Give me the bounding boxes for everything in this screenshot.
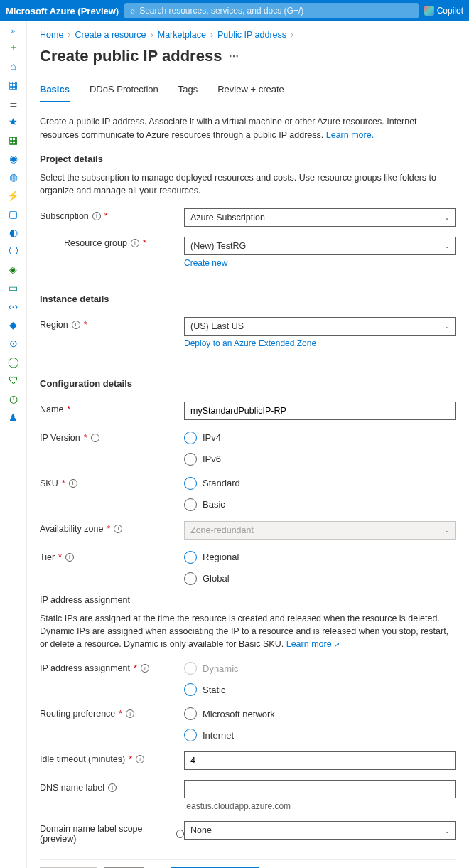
functions-icon[interactable]: ⚡ bbox=[6, 188, 21, 203]
crumb-create[interactable]: Create a resource bbox=[75, 30, 146, 40]
region-label: Region i * bbox=[40, 317, 184, 330]
search-icon: ⌕ bbox=[130, 6, 135, 16]
radio-icon bbox=[184, 707, 197, 720]
insights-icon[interactable]: ⊙ bbox=[6, 336, 21, 350]
list-icon[interactable]: ≣ bbox=[6, 96, 21, 110]
domain-scope-label: Domain name label scope (preview) i bbox=[40, 821, 184, 844]
info-icon[interactable]: i bbox=[141, 664, 149, 673]
routing-microsoft-radio[interactable]: Microsoft network bbox=[184, 707, 456, 720]
extended-zone-link[interactable]: Deploy to an Azure Extended Zone bbox=[184, 338, 316, 348]
breadcrumb: Home› Create a resource› Marketplace› Pu… bbox=[40, 30, 456, 40]
subscription-select[interactable]: Azure Subscription⌄ bbox=[184, 208, 456, 227]
create-new-link[interactable]: Create new bbox=[184, 258, 227, 268]
sql-icon[interactable]: ▢ bbox=[6, 207, 21, 221]
monitor-icon[interactable]: 🖵 bbox=[6, 244, 21, 258]
sku-standard-radio[interactable]: Standard bbox=[184, 477, 456, 490]
info-icon[interactable]: i bbox=[65, 553, 74, 562]
availability-zone-select: Zone-redundant⌄ bbox=[184, 521, 456, 540]
radio-icon bbox=[184, 498, 197, 511]
radio-icon bbox=[184, 683, 197, 696]
sku-basic-radio[interactable]: Basic bbox=[184, 498, 456, 511]
idle-timeout-input[interactable] bbox=[184, 751, 456, 770]
info-icon[interactable]: i bbox=[114, 525, 122, 533]
ip-static-radio[interactable]: Static bbox=[184, 683, 456, 696]
dns-suffix-text: .eastus.cloudapp.azure.com bbox=[184, 801, 291, 811]
indent-line-icon bbox=[53, 230, 60, 242]
info-icon[interactable]: i bbox=[131, 239, 139, 247]
resource-group-label: Resource group i * bbox=[64, 237, 146, 248]
chevron-right-icon: › bbox=[68, 30, 70, 40]
search-input[interactable] bbox=[139, 6, 412, 16]
crumb-home[interactable]: Home bbox=[40, 30, 63, 40]
ipv6-radio[interactable]: IPv6 bbox=[184, 453, 456, 466]
copilot-button[interactable]: Copilot bbox=[424, 6, 463, 16]
page-title: Create public IP address ⋯ bbox=[40, 47, 456, 65]
name-input[interactable] bbox=[184, 402, 456, 420]
subscription-label: Subscription i * bbox=[40, 208, 184, 221]
tab-basics[interactable]: Basics bbox=[40, 78, 70, 102]
ip-assignment-label: IP address assignment * i bbox=[40, 660, 184, 673]
region-select[interactable]: (US) East US⌄ bbox=[184, 317, 456, 336]
routing-internet-radio[interactable]: Internet bbox=[184, 729, 456, 741]
project-details-heading: Project details bbox=[40, 154, 456, 164]
idle-timeout-label: Idle timeout (minutes) * i bbox=[40, 751, 184, 764]
info-icon[interactable]: i bbox=[108, 783, 117, 792]
ip-assignment-heading: IP address assignment bbox=[40, 595, 456, 605]
favorite-icon[interactable]: ★ bbox=[6, 114, 21, 129]
intro-text: Create a public IP address. Associate it… bbox=[40, 115, 456, 142]
radio-icon bbox=[184, 432, 197, 444]
resource-group-select[interactable]: (New) TestRG⌄ bbox=[184, 237, 456, 255]
tab-tags[interactable]: Tags bbox=[178, 78, 198, 102]
storage-icon[interactable]: ▭ bbox=[6, 281, 21, 295]
expand-rail-icon[interactable]: » bbox=[11, 27, 16, 35]
tier-global-radio[interactable]: Global bbox=[184, 572, 456, 585]
tab-review[interactable]: Review + create bbox=[217, 78, 284, 102]
network-icon[interactable]: ◈ bbox=[6, 262, 21, 277]
learn-more-link[interactable]: Learn more. bbox=[326, 130, 374, 140]
tab-bar: Basics DDoS Protection Tags Review + cre… bbox=[40, 78, 456, 102]
create-icon[interactable]: ＋ bbox=[6, 41, 21, 55]
crumb-marketplace[interactable]: Marketplace bbox=[158, 30, 206, 40]
chevron-down-icon: ⌄ bbox=[444, 213, 450, 221]
brand-label: Microsoft Azure (Preview) bbox=[6, 6, 119, 16]
cost-icon[interactable]: ◷ bbox=[6, 392, 21, 406]
radio-icon bbox=[184, 662, 197, 675]
info-icon[interactable]: i bbox=[136, 755, 144, 763]
chevron-down-icon: ⌄ bbox=[444, 526, 450, 534]
tab-ddos[interactable]: DDoS Protection bbox=[90, 78, 158, 102]
chevron-right-icon: › bbox=[151, 30, 153, 40]
info-icon[interactable]: i bbox=[91, 434, 99, 442]
home-icon[interactable]: ⌂ bbox=[6, 59, 21, 73]
service-icon[interactable]: ◉ bbox=[6, 151, 21, 166]
advisor-icon[interactable]: ◯ bbox=[6, 355, 21, 369]
routing-label: Routing preference * i bbox=[40, 706, 184, 719]
copilot-label: Copilot bbox=[437, 6, 463, 16]
dashboard-icon[interactable]: ▦ bbox=[6, 77, 21, 92]
domain-scope-select[interactable]: None⌄ bbox=[184, 821, 456, 840]
radio-icon bbox=[184, 477, 197, 490]
chevron-down-icon: ⌄ bbox=[444, 827, 450, 835]
crumb-public-ip[interactable]: Public IP address bbox=[217, 30, 286, 40]
tier-regional-radio[interactable]: Regional bbox=[184, 551, 456, 564]
info-icon[interactable]: i bbox=[72, 321, 80, 329]
security-icon[interactable]: 🛡 bbox=[6, 373, 21, 387]
chevron-down-icon: ⌄ bbox=[444, 242, 450, 250]
info-icon[interactable]: i bbox=[69, 479, 77, 488]
support-icon[interactable]: ♟ bbox=[6, 410, 21, 424]
info-icon[interactable]: i bbox=[176, 830, 184, 838]
availability-zone-label: Availability zone * i bbox=[40, 521, 184, 534]
ipv4-radio[interactable]: IPv4 bbox=[184, 432, 456, 444]
radio-icon bbox=[184, 453, 197, 466]
globe-icon[interactable]: ◍ bbox=[6, 170, 21, 184]
vnet-icon[interactable]: ‹·› bbox=[6, 299, 21, 314]
global-search[interactable]: ⌕ bbox=[124, 3, 418, 18]
info-icon[interactable]: i bbox=[92, 212, 101, 220]
apps-icon[interactable]: ▦ bbox=[6, 133, 21, 147]
learn-more-ip-link[interactable]: Learn more ↗ bbox=[286, 639, 340, 649]
dns-name-input[interactable] bbox=[184, 780, 456, 798]
more-actions-icon[interactable]: ⋯ bbox=[229, 50, 239, 62]
ad-icon[interactable]: ◆ bbox=[6, 318, 21, 332]
cosmos-icon[interactable]: ◐ bbox=[6, 225, 21, 240]
info-icon[interactable]: i bbox=[126, 709, 134, 718]
chevron-down-icon: ⌄ bbox=[444, 322, 450, 330]
